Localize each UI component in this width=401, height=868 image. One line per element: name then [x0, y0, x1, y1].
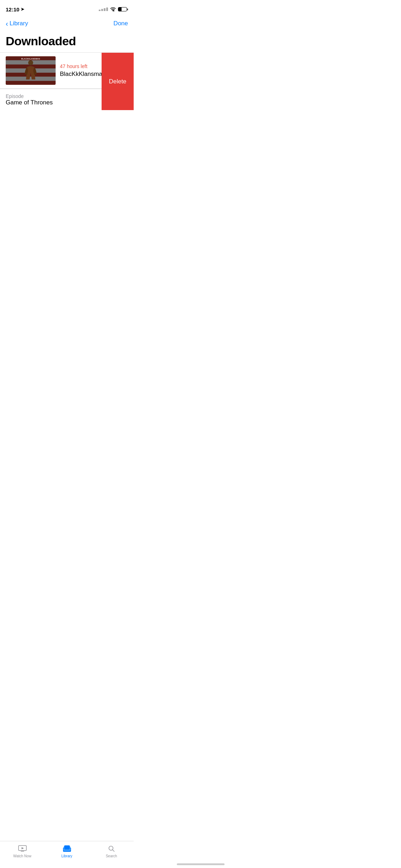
- signal-strength-icon: [99, 7, 108, 11]
- back-label: Library: [10, 20, 28, 27]
- back-button[interactable]: ‹ Library: [6, 20, 28, 27]
- poster-figure-icon: [22, 60, 40, 85]
- status-time: 12:10 ➤: [6, 6, 24, 12]
- page-title-section: Downloaded: [0, 31, 134, 52]
- movie-poster: BLACKKLANSMAN: [6, 56, 56, 85]
- back-chevron-icon: ‹: [6, 20, 8, 27]
- location-icon: ➤: [21, 7, 24, 12]
- battery-icon: [118, 7, 128, 11]
- done-button[interactable]: Done: [113, 20, 128, 27]
- svg-point-0: [28, 60, 33, 65]
- content-list: BLACKKLANSMAN 47 hours left BlacKkKlansm…: [0, 53, 134, 110]
- wifi-icon: [110, 7, 116, 11]
- nav-bar: ‹ Library Done: [0, 16, 134, 31]
- delete-button[interactable]: Delete: [102, 53, 134, 110]
- page-title: Downloaded: [6, 34, 128, 48]
- status-bar: 12:10 ➤: [0, 0, 134, 16]
- status-icons: [99, 7, 128, 11]
